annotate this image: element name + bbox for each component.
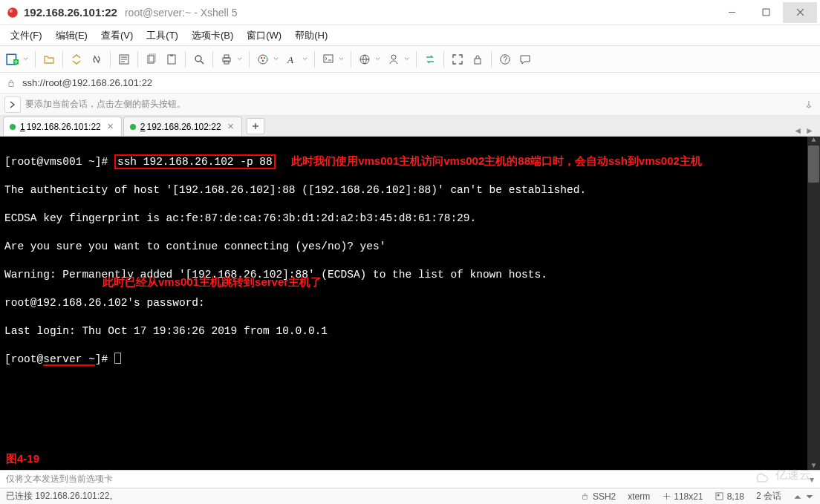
status-bar: 已连接 192.168.26.101:22。 SSH2 xterm 118x21… [0, 488, 820, 504]
globe-icon[interactable] [355, 50, 374, 69]
tab-add-button[interactable] [247, 118, 264, 134]
status-protocol: SSH2 [593, 491, 616, 502]
lock-icon [581, 492, 590, 501]
open-icon[interactable] [39, 50, 59, 69]
tab-1[interactable]: 1 192.168.26.101:22 ✕ [3, 117, 122, 136]
term-prompt-2c: ]# [95, 353, 114, 365]
menu-file[interactable]: 文件(F) [4, 27, 48, 45]
lock-icon[interactable] [468, 50, 487, 69]
copy-icon[interactable] [142, 50, 161, 69]
status-dot-icon [10, 124, 16, 130]
paste-icon[interactable] [162, 50, 181, 69]
print-icon[interactable] [217, 50, 236, 69]
tab-2-num: 2 [140, 122, 146, 132]
chat-icon[interactable] [515, 50, 535, 69]
term-line: root@192.168.26.102's password: [4, 296, 816, 310]
dropdown-icon[interactable] [235, 56, 243, 62]
watermark-text: 亿速云 [775, 468, 811, 483]
titlebar: 192.168.26.101:22 root@server:~ - Xshell… [0, 0, 820, 25]
input-mode-text: 仅将文本发送到当前选项卡 [6, 473, 113, 485]
dropdown-icon[interactable] [272, 56, 279, 62]
dropdown-icon[interactable] [301, 56, 308, 62]
close-button[interactable] [783, 2, 817, 23]
menubar: 文件(F) 编辑(E) 查看(V) 工具(T) 选项卡(B) 窗口(W) 帮助(… [0, 25, 820, 46]
scrollbar-thumb[interactable] [808, 145, 819, 183]
tab-close-icon[interactable]: ✕ [107, 122, 114, 131]
chevron-up-icon[interactable]: ⏶ [793, 492, 802, 501]
menu-view[interactable]: 查看(V) [95, 27, 139, 45]
chevron-down-icon[interactable]: ⏷ [805, 492, 814, 501]
title-host: 192.168.26.101:22 [24, 6, 117, 19]
find-icon[interactable] [189, 50, 209, 69]
annotation-2: 此时已经从vms001主机跳转到server主机了 [102, 275, 322, 289]
term-prompt-1: [root@vms001 ~]# [4, 156, 114, 168]
add-session-arrow-button[interactable] [4, 96, 21, 113]
svg-point-16 [264, 56, 265, 58]
status-dot-icon [130, 124, 136, 130]
term-line: ECDSA key fingerprint is ac:fe:87:de:ca:… [4, 212, 816, 226]
tab-1-num: 1 [20, 122, 25, 132]
svg-rect-22 [475, 59, 481, 64]
menu-tabs[interactable]: 选项卡(B) [186, 27, 239, 45]
svg-rect-12 [224, 55, 229, 58]
tab-close-icon[interactable]: ✕ [227, 122, 234, 131]
svg-text:?: ? [504, 56, 508, 64]
chevron-left-icon[interactable]: ◄ [793, 125, 802, 136]
input-mode-bar[interactable]: 仅将文本发送到当前选项卡 ▾ [0, 470, 820, 488]
menu-help[interactable]: 帮助(H) [289, 27, 333, 45]
term-prompt-2a: [root@ [4, 353, 43, 365]
svg-point-21 [391, 55, 396, 59]
reconnect-icon[interactable] [67, 50, 86, 69]
size-icon [662, 492, 671, 501]
script-icon[interactable] [319, 50, 338, 69]
terminal-scrollbar[interactable]: ▲ ▼ [807, 137, 820, 470]
toolbar: A ? [0, 46, 820, 73]
hint-bar: 要添加当前会话，点击左侧的箭头按钮。 [0, 94, 820, 116]
font-icon[interactable]: A [282, 50, 302, 69]
title-suffix: root@server:~ - Xshell 5 [125, 7, 238, 19]
color-icon[interactable] [253, 50, 273, 69]
scroll-up-icon[interactable]: ▲ [811, 137, 816, 144]
tab-1-label: 192.168.26.101:22 [27, 122, 101, 132]
tabstrip: 1 192.168.26.101:22 ✕ 2 192.168.26.102:2… [0, 116, 820, 137]
svg-rect-9 [170, 54, 173, 56]
minimize-button[interactable] [715, 2, 749, 23]
user-icon[interactable] [384, 50, 403, 69]
transfer-icon[interactable] [420, 50, 440, 69]
status-size: 118x21 [674, 491, 703, 502]
watermark: 亿速云 [752, 468, 811, 483]
tab-2[interactable]: 2 192.168.26.102:22 ✕ [123, 117, 242, 136]
annotation-1: 此时我们使用vms001主机访问vms002主机的88端口时，会自动ssh到vm… [291, 154, 702, 167]
cursor-pos-icon [715, 492, 724, 501]
dropdown-icon[interactable] [374, 56, 381, 62]
address-bar: ssh://root@192.168.26.101:22 [0, 73, 820, 94]
dropdown-icon[interactable] [22, 56, 29, 62]
tab-nav-arrows[interactable]: ◄ ► [793, 125, 817, 136]
pin-icon[interactable] [802, 100, 816, 109]
svg-point-0 [7, 7, 18, 18]
svg-point-14 [258, 55, 267, 64]
fullscreen-icon[interactable] [448, 50, 467, 69]
svg-point-17 [262, 59, 264, 61]
help-icon[interactable]: ? [495, 50, 515, 69]
disconnect-icon[interactable] [87, 50, 106, 69]
scroll-down-icon[interactable]: ▼ [811, 462, 816, 470]
svg-rect-19 [324, 55, 333, 62]
properties-icon[interactable] [114, 50, 134, 69]
menu-window[interactable]: 窗口(W) [241, 27, 287, 45]
terminal[interactable]: [root@vms001 ~]# ssh 192.168.26.102 -p 8… [0, 137, 820, 470]
maximize-button[interactable] [749, 2, 783, 23]
menu-tools[interactable]: 工具(T) [140, 27, 184, 45]
menu-edit[interactable]: 编辑(E) [50, 27, 94, 45]
svg-rect-28 [718, 494, 720, 497]
svg-rect-25 [9, 82, 13, 86]
status-cursor: 8,18 [727, 491, 744, 502]
dropdown-icon[interactable] [403, 56, 410, 62]
svg-point-1 [10, 9, 13, 13]
new-session-icon[interactable] [3, 50, 22, 69]
app-logo-icon [6, 6, 19, 19]
chevron-right-icon[interactable]: ► [805, 125, 814, 136]
address-url[interactable]: ssh://root@192.168.26.101:22 [22, 77, 152, 88]
dropdown-icon[interactable] [337, 56, 345, 62]
svg-text:A: A [287, 54, 293, 65]
